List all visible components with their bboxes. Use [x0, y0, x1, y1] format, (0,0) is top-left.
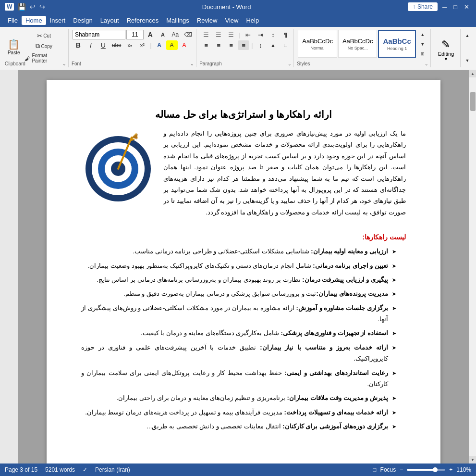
font-selector-row: A A Aa ⌫: [73, 30, 194, 39]
list-item: برگزاری دوره‌های آموزشی برای کارکنان: ان…: [81, 421, 396, 432]
line-spacing-button[interactable]: ↕: [255, 40, 267, 50]
copy-button[interactable]: ⧉ Copy: [23, 41, 65, 51]
intro-section: ما یک ارزیابی اولیه در مورد پیش‌نیازهای …: [81, 128, 406, 225]
paragraph-row1: ☰ ☰ ☰ | ⇤ ⇥ ↕ ¶: [200, 30, 291, 39]
superscript-button[interactable]: x²: [136, 40, 148, 50]
doc-page-title: ارائه راهکارها و استراتژی‌ها برای حل مسا…: [81, 109, 406, 120]
styles-scroll-down[interactable]: ▼: [417, 39, 428, 49]
scroll-up-button[interactable]: ▲: [469, 70, 476, 77]
subscript-button[interactable]: x₂: [124, 40, 135, 50]
editing-chevron: ▼: [444, 57, 448, 62]
scroll-down-button[interactable]: ▼: [469, 456, 476, 463]
styles-expand-button[interactable]: ⊞: [417, 49, 428, 59]
list-item: برگزاری جلسات مشاوره و آموزش: ارائه مشاو…: [81, 302, 396, 325]
ribbon-scroll-up[interactable]: ▲: [462, 31, 473, 40]
menu-review[interactable]: Review: [193, 16, 221, 25]
change-case-button[interactable]: Aa: [170, 30, 181, 39]
editing-button[interactable]: ✎ Editing ▼: [438, 35, 454, 62]
clear-format-button[interactable]: ⌫: [182, 30, 194, 39]
quick-access-redo[interactable]: ↪: [39, 3, 45, 11]
font-expand[interactable]: ⌄: [190, 62, 194, 66]
ribbon-scroll-down[interactable]: ▼: [462, 56, 473, 65]
align-left-button[interactable]: ≡: [200, 40, 212, 50]
status-bar-left: □ Focus − + 110%: [373, 466, 471, 473]
increase-font-size-button[interactable]: A: [145, 30, 156, 39]
align-center-button[interactable]: ≡: [213, 40, 224, 50]
menu-references[interactable]: References: [123, 16, 162, 25]
sort-button[interactable]: ↕: [268, 30, 279, 39]
maximize-button[interactable]: □: [452, 3, 459, 11]
font-name-input[interactable]: [73, 30, 125, 39]
menu-help[interactable]: Help: [242, 16, 263, 25]
styles-scroll-up[interactable]: ▲: [417, 30, 428, 39]
italic-button[interactable]: I: [85, 40, 97, 50]
show-hide-button[interactable]: ¶: [280, 30, 292, 39]
align-right-button[interactable]: ≡: [225, 40, 237, 50]
word-count: 5201 words: [45, 466, 75, 473]
share-button[interactable]: ↑ Share: [408, 2, 438, 11]
strikethrough-button[interactable]: abc: [110, 40, 123, 50]
increase-indent-button[interactable]: ⇥: [255, 30, 267, 39]
style-no-space[interactable]: AaBbCcDc No Spac...: [338, 30, 378, 58]
quick-access-save[interactable]: 💾: [18, 3, 26, 11]
scroll-thumb[interactable]: [470, 92, 476, 111]
zoom-slider-fill: [407, 469, 435, 471]
styles-gallery: AaBbCcDc Normal AaBbCcDc No Spac... AaBb…: [298, 30, 428, 58]
menu-mailings[interactable]: Mailings: [162, 16, 193, 25]
doc-page[interactable]: ارائه راهکارها و استراتژی‌ها برای حل مسا…: [47, 80, 440, 463]
close-button[interactable]: ✕: [462, 3, 471, 11]
target-image: [81, 128, 156, 202]
menu-bar: File Home Insert Design Layout Reference…: [0, 13, 476, 27]
font-size-input[interactable]: [126, 30, 144, 39]
menu-view[interactable]: View: [221, 16, 242, 25]
style-heading1[interactable]: AaBbCc Heading 1: [378, 30, 415, 58]
word-icon: W: [5, 3, 14, 11]
clipboard-row: 📋 Paste ✂ Cut ⧉ Copy 🖌 Format Painter: [6, 30, 65, 64]
paragraph-expand[interactable]: ⌄: [288, 62, 292, 66]
list-item-bold-5: استفاده از تجهیزات و فناوری‌های پزشکی:: [281, 329, 388, 337]
menu-insert[interactable]: Insert: [46, 16, 70, 25]
text-effects-button[interactable]: A: [154, 40, 165, 50]
zoom-minus-button[interactable]: −: [400, 466, 403, 473]
editing-icon: ✎: [441, 38, 450, 51]
menu-design[interactable]: Design: [69, 16, 96, 25]
list-item: تعیین و اجرای برنامه درمانی: شامل انجام …: [81, 260, 396, 271]
numbering-button[interactable]: ☰: [213, 30, 224, 39]
list-item-text-1: تعیین و اجرای برنامه درمانی: شامل انجام …: [81, 260, 388, 271]
zoom-plus-button[interactable]: +: [449, 466, 452, 473]
paste-button[interactable]: 📋 Paste: [6, 36, 22, 59]
borders-button[interactable]: □: [280, 40, 292, 50]
status-bar-right: Page 3 of 15 5201 words ✓ Persian (Iran): [5, 466, 130, 473]
shading-button[interactable]: ▲: [268, 40, 279, 50]
cut-button[interactable]: ✂ Cut: [23, 31, 65, 40]
list-item-bold-1: تعیین و اجرای برنامه درمانی:: [313, 262, 388, 269]
menu-layout[interactable]: Layout: [97, 16, 123, 25]
quick-access-undo[interactable]: ↩: [30, 3, 36, 11]
list-item: رعایت استانداردهای بهداشتی و ایمنی: حفظ …: [81, 367, 396, 390]
clipboard-expand[interactable]: ⌄: [62, 62, 66, 66]
bold-button[interactable]: B: [73, 40, 84, 50]
list-item-rest-8: برنامه‌ریزی و تنظیم زمان‌های معاینه و در…: [117, 394, 287, 401]
style-normal[interactable]: AaBbCcDc Normal: [298, 30, 337, 58]
menu-file[interactable]: File: [4, 16, 22, 25]
menu-home[interactable]: Home: [22, 16, 46, 25]
focus-label[interactable]: Focus: [380, 466, 396, 473]
highlight-button[interactable]: A: [166, 40, 178, 50]
decrease-font-size-button[interactable]: A: [157, 30, 169, 39]
font-color-button[interactable]: A: [179, 40, 190, 50]
bullets-button[interactable]: ☰: [200, 30, 212, 39]
list-item: پذیرش و مدیریت وقت ملاقات بیماران: برنام…: [81, 392, 396, 403]
underline-button[interactable]: U: [98, 40, 109, 50]
decrease-indent-button[interactable]: ⇤: [243, 30, 254, 39]
paste-icon: 📋: [8, 39, 20, 49]
zoom-slider[interactable]: [407, 469, 445, 471]
vertical-scrollbar[interactable]: ▲ ▼: [469, 70, 476, 463]
styles-expand[interactable]: ⌄: [425, 62, 428, 66]
layout-icon[interactable]: □: [373, 466, 376, 473]
justify-button[interactable]: ≡: [238, 40, 249, 50]
multilevel-button[interactable]: ☰: [225, 30, 237, 39]
minimize-button[interactable]: ─: [440, 3, 449, 11]
page-area[interactable]: ارائه راهکارها و استراتژی‌ها برای حل مسا…: [18, 70, 469, 463]
clipboard-group-bottom: Clipboard ⌄: [3, 61, 68, 66]
scroll-track: [470, 77, 476, 456]
